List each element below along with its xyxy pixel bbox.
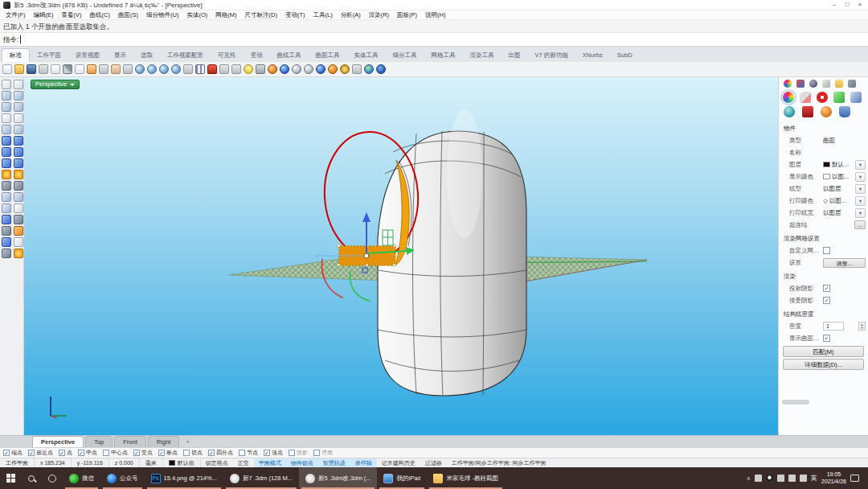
clock-icon[interactable] bbox=[231, 64, 241, 74]
gumball-z-arrow[interactable] bbox=[362, 212, 371, 222]
hyperlink-browse-button[interactable]: ... bbox=[854, 220, 866, 229]
gold-shell-icon[interactable] bbox=[14, 249, 23, 258]
tray-ime-icon[interactable] bbox=[800, 475, 807, 482]
rotate-view-icon[interactable] bbox=[183, 64, 193, 74]
array-tool-icon[interactable] bbox=[14, 226, 23, 236]
checkbox-icon[interactable]: ✓ bbox=[59, 450, 65, 456]
density-input[interactable]: 1 bbox=[823, 322, 844, 331]
menu-transform[interactable]: 变动(T) bbox=[281, 11, 309, 19]
adjust-blend-icon[interactable] bbox=[2, 203, 11, 213]
tray-speaker-icon[interactable] bbox=[788, 475, 796, 482]
render-settings-gear-icon[interactable] bbox=[340, 64, 350, 74]
render-preview-icon[interactable] bbox=[2, 237, 11, 247]
tab-render-tools[interactable]: 渲染工具 bbox=[463, 48, 502, 62]
name-row[interactable]: 名称 bbox=[779, 146, 868, 158]
toggle-gumball[interactable]: 操作轴 bbox=[350, 458, 377, 467]
cut-icon[interactable] bbox=[63, 64, 72, 74]
menu-solid[interactable]: 实体(O) bbox=[182, 11, 211, 19]
print-color-value[interactable]: 以图... bbox=[829, 197, 846, 205]
taskbar-app-photoshop[interactable]: Ps15.4.png @ 214%... bbox=[145, 467, 223, 489]
cast-shadows-row[interactable]: 投射阴影 ✓ bbox=[779, 282, 868, 294]
render-icon[interactable] bbox=[328, 64, 338, 74]
command-input[interactable]: 指令: bbox=[0, 33, 868, 47]
display-panel-tab-icon[interactable] bbox=[809, 80, 817, 88]
handle-edit-icon[interactable] bbox=[14, 203, 23, 213]
tab-new-in-v7[interactable]: V7 的新功能 bbox=[528, 48, 575, 62]
cylinder-pencil-icon[interactable] bbox=[839, 106, 850, 117]
search-button[interactable] bbox=[21, 467, 42, 489]
toggle-record-history[interactable]: 记录建构历史 bbox=[377, 458, 420, 467]
new-file-icon[interactable] bbox=[2, 64, 12, 74]
layer-value[interactable]: 默认... bbox=[832, 161, 849, 169]
ghosted-mode-icon[interactable] bbox=[292, 64, 301, 74]
texture-mapping-icon[interactable] bbox=[817, 92, 828, 103]
menu-dimension[interactable]: 尺寸标注(D) bbox=[241, 11, 281, 19]
properties-panel-tab-icon[interactable] bbox=[784, 80, 792, 88]
select-tool-icon[interactable] bbox=[2, 80, 11, 89]
explode-tool-icon[interactable] bbox=[2, 170, 11, 179]
text-object-icon[interactable] bbox=[2, 215, 11, 224]
check-tool-icon[interactable] bbox=[14, 237, 23, 247]
tab-transform[interactable]: 变动 bbox=[244, 48, 270, 62]
tab-subd-tools[interactable]: 细分工具 bbox=[386, 48, 424, 62]
taskbar-app-folder[interactable]: 米家毛球 -教程截图 bbox=[427, 467, 505, 489]
tab-visibility[interactable]: 可见性 bbox=[211, 48, 244, 62]
rendered-mode-icon[interactable] bbox=[280, 64, 289, 74]
toggle-smarttrack[interactable]: 智慧轨迹 bbox=[318, 458, 350, 467]
close-button[interactable]: × bbox=[854, 0, 866, 10]
tray-qq-icon[interactable] bbox=[766, 475, 773, 482]
cast-shadows-checkbox[interactable]: ✓ bbox=[823, 285, 830, 292]
fillet-surface-icon[interactable] bbox=[14, 192, 23, 202]
checkbox-icon[interactable]: ✓ bbox=[3, 450, 10, 456]
ellipse-tool-icon[interactable] bbox=[14, 102, 23, 112]
checkbox-icon[interactable]: ✓ bbox=[208, 450, 215, 456]
linetype-dropdown-icon[interactable]: ▼ bbox=[855, 184, 866, 194]
menu-help[interactable]: 说明(H) bbox=[421, 11, 449, 19]
gumball-origin[interactable] bbox=[364, 253, 369, 258]
checkbox-icon[interactable] bbox=[239, 450, 245, 456]
sphere-tool-icon[interactable] bbox=[14, 147, 23, 157]
checkbox-icon[interactable]: ✓ bbox=[78, 450, 84, 456]
four-viewports-icon[interactable] bbox=[195, 64, 205, 74]
named-view-car-icon[interactable] bbox=[207, 64, 217, 74]
menu-view[interactable]: 查看(V) bbox=[58, 11, 86, 19]
density-spinner[interactable]: ▲▼ bbox=[858, 322, 866, 331]
print-width-row[interactable]: 打印线宽 以图层 ▼ bbox=[779, 207, 868, 219]
earth-icon[interactable] bbox=[364, 64, 374, 74]
cplane-sync-status[interactable]: 工作平面/同步工作平面: 同步工作平面 bbox=[447, 458, 551, 467]
rendering-panel-tab-icon[interactable] bbox=[848, 80, 856, 88]
menu-file[interactable]: 文件(F) bbox=[2, 11, 30, 19]
osnap-center[interactable]: 中心点 bbox=[103, 449, 128, 457]
point-cloud-icon[interactable] bbox=[14, 215, 23, 224]
save-icon[interactable] bbox=[27, 64, 36, 74]
display-color-dropdown-icon[interactable]: ▼ bbox=[855, 172, 866, 182]
restore-button[interactable]: □ bbox=[841, 0, 854, 10]
linetype-value[interactable]: 以图层 bbox=[823, 185, 855, 193]
tab-cplane[interactable]: 工作平面 bbox=[30, 48, 68, 62]
xray-mode-icon[interactable] bbox=[304, 64, 313, 74]
toggle-planar[interactable]: 平面模式 bbox=[254, 458, 286, 467]
checkbox-icon[interactable] bbox=[289, 450, 295, 456]
checkbox-icon[interactable]: ✓ bbox=[158, 450, 165, 456]
display-color-value[interactable]: 以图... bbox=[832, 173, 849, 181]
point-tool-icon[interactable] bbox=[14, 80, 23, 89]
viewport-tab-top[interactable]: Top bbox=[85, 436, 113, 447]
osnap-near[interactable]: ✓最近点 bbox=[28, 449, 53, 457]
viewport-tab-perspective[interactable]: Perspective bbox=[32, 436, 84, 447]
mesh-settings-row[interactable]: 设置 调整... bbox=[779, 257, 868, 269]
spinner-down-icon[interactable]: ▼ bbox=[861, 327, 864, 330]
osnap-point[interactable]: ✓点 bbox=[59, 449, 72, 457]
checkbox-icon[interactable] bbox=[313, 450, 320, 456]
menu-panels[interactable]: 面板(P) bbox=[393, 11, 421, 19]
lock-icon[interactable] bbox=[256, 64, 265, 74]
density-row[interactable]: 密度 1 ▲▼ bbox=[779, 320, 868, 332]
tab-subd[interactable]: SubD bbox=[610, 48, 640, 62]
circle-tool-icon[interactable] bbox=[2, 102, 11, 112]
show-surface-checkbox[interactable]: ✓ bbox=[823, 335, 830, 342]
control-point-curve-icon[interactable] bbox=[2, 91, 11, 101]
print-color-row[interactable]: 打印颜色 ◇以图... ▼ bbox=[779, 195, 868, 207]
checkbox-icon[interactable] bbox=[183, 450, 190, 456]
osnap-disable[interactable]: 停用 bbox=[313, 449, 333, 457]
taskbar-app-wechat[interactable]: 微信 bbox=[63, 467, 100, 489]
layer-row[interactable]: 图层 默认... ▼ bbox=[779, 158, 868, 171]
